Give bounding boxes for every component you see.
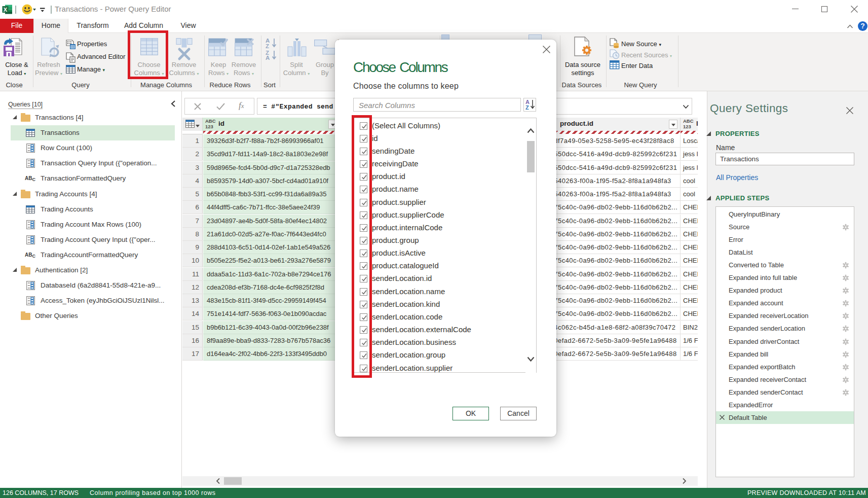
svg-text:X: X — [4, 7, 8, 13]
